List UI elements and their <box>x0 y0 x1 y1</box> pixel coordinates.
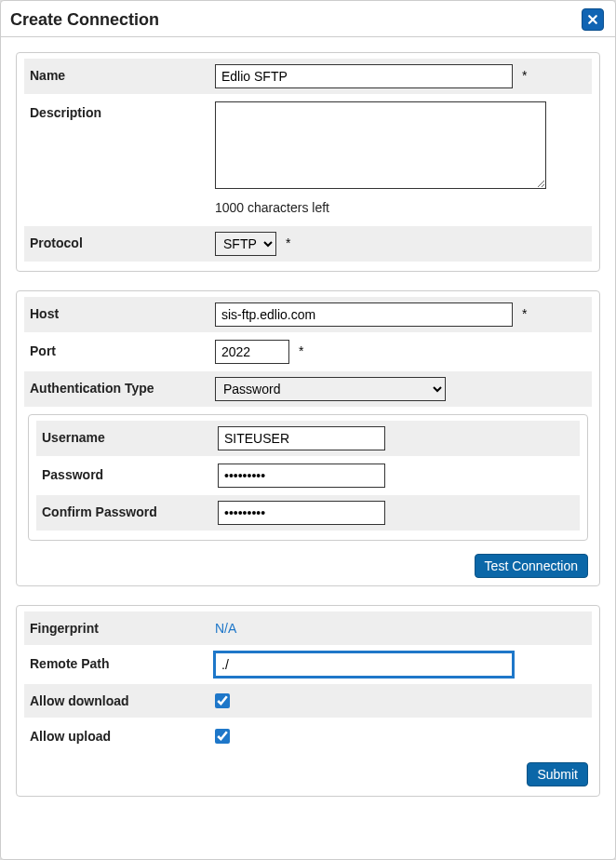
cell-username <box>218 421 580 456</box>
confirm-password-input[interactable] <box>218 501 385 525</box>
cell-fingerprint: N/A <box>215 611 592 641</box>
test-connection-button[interactable]: Test Connection <box>475 554 588 578</box>
cell-port: * <box>215 334 592 370</box>
row-allowupload: Allow upload <box>24 719 592 753</box>
name-input[interactable] <box>215 64 513 88</box>
section-credentials: Username Password Confirm Password <box>28 414 588 541</box>
row-authtype: Authentication Type Password <box>24 371 592 407</box>
fingerprint-value[interactable]: N/A <box>215 617 236 636</box>
chars-left-hint: 1000 characters left <box>215 193 586 219</box>
label-fingerprint: Fingerprint <box>24 611 215 645</box>
row-test-connection: Test Connection <box>24 548 592 578</box>
row-remotepath: Remote Path <box>24 647 592 682</box>
row-username: Username <box>36 421 580 456</box>
dialog-title: Create Connection <box>10 10 159 30</box>
row-port: Port * <box>24 334 592 370</box>
create-connection-dialog: Create Connection Name * Description 100… <box>0 0 616 860</box>
cell-name: * <box>215 59 592 94</box>
row-description: Description 1000 characters left <box>24 96 592 224</box>
required-mark: * <box>516 64 527 83</box>
row-host: Host * <box>24 297 592 332</box>
authtype-select[interactable]: Password <box>215 377 446 401</box>
row-allowdownload: Allow download <box>24 684 592 718</box>
dialog-header: Create Connection <box>1 1 615 37</box>
section-connection: Host * Port * Authentication Type Passwo… <box>16 290 600 586</box>
cell-confirmpassword <box>218 495 580 531</box>
cell-allowdownload <box>215 684 592 714</box>
row-confirmpassword: Confirm Password <box>36 495 580 531</box>
row-password: Password <box>36 458 580 493</box>
section-remote: Fingerprint N/A Remote Path Allow downlo… <box>16 605 600 797</box>
label-protocol: Protocol <box>24 226 215 260</box>
label-name: Name <box>24 59 215 92</box>
label-confirmpassword: Confirm Password <box>36 495 218 529</box>
label-authtype: Authentication Type <box>24 371 215 405</box>
required-mark: * <box>280 232 290 250</box>
cell-protocol: SFTP * <box>215 226 592 262</box>
row-fingerprint: Fingerprint N/A <box>24 611 592 645</box>
remote-path-input[interactable] <box>215 652 513 677</box>
cell-authtype: Password <box>215 371 592 407</box>
description-textarea[interactable] <box>215 101 546 189</box>
host-input[interactable] <box>215 302 513 327</box>
required-mark: * <box>516 302 527 321</box>
password-input[interactable] <box>218 464 385 488</box>
row-protocol: Protocol SFTP * <box>24 226 592 262</box>
label-allowdownload: Allow download <box>24 684 215 718</box>
cell-remotepath <box>215 647 592 682</box>
label-description: Description <box>24 96 215 129</box>
label-username: Username <box>36 421 218 454</box>
label-host: Host <box>24 297 215 330</box>
label-port: Port <box>24 334 215 368</box>
cell-password <box>218 458 580 493</box>
row-name: Name * <box>24 59 592 94</box>
allow-upload-checkbox[interactable] <box>215 729 230 744</box>
label-remotepath: Remote Path <box>24 647 215 680</box>
required-mark: * <box>293 340 303 358</box>
close-icon <box>587 14 598 25</box>
label-allowupload: Allow upload <box>24 719 215 753</box>
cell-description: 1000 characters left <box>215 96 592 224</box>
dialog-body: Name * Description 1000 characters left … <box>1 37 615 834</box>
allow-download-checkbox[interactable] <box>215 693 230 708</box>
submit-button[interactable]: Submit <box>527 762 588 786</box>
cell-host: * <box>215 297 592 332</box>
username-input[interactable] <box>218 426 385 450</box>
label-password: Password <box>36 458 218 491</box>
section-basic: Name * Description 1000 characters left … <box>16 52 600 272</box>
close-button[interactable] <box>582 8 604 31</box>
protocol-select[interactable]: SFTP <box>215 232 276 256</box>
port-input[interactable] <box>215 340 289 364</box>
cell-allowupload <box>215 719 592 749</box>
row-submit: Submit <box>24 755 592 788</box>
